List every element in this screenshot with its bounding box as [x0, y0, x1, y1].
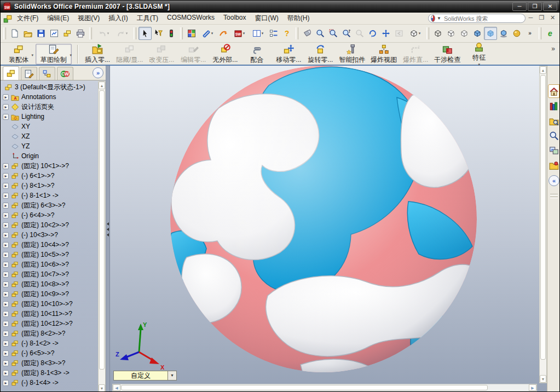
- edrawings-button[interactable]: e: [544, 27, 557, 40]
- tree-item[interactable]: ▸Lighting: [1, 112, 98, 122]
- tree-item[interactable]: ▸(固定) 10<9>->?: [1, 289, 98, 299]
- expander-icon[interactable]: ▸: [3, 232, 9, 238]
- expander-icon[interactable]: ▸: [3, 173, 9, 179]
- tree-item[interactable]: ▸(-) 8<1>->?: [1, 181, 98, 191]
- commandmanager-tab-sketch[interactable]: 草图绘制▾: [36, 44, 72, 65]
- tree-item[interactable]: ▸(固定) 10<1>->?: [1, 161, 98, 171]
- taskpane-design-library-button[interactable]: [548, 114, 560, 128]
- scroll-up-icon[interactable]: ▲: [99, 82, 105, 89]
- tree-item[interactable]: ▸(-) 8-1<4> ->: [1, 378, 98, 388]
- edit-color-button[interactable]: [185, 27, 198, 40]
- expander-icon[interactable]: ▸: [3, 222, 9, 228]
- tree-item[interactable]: ▸(-) 8-1<2> ->: [1, 338, 98, 348]
- minimize-button[interactable]: ─: [512, 2, 527, 11]
- expander-icon[interactable]: ▸: [3, 360, 9, 366]
- menu-window[interactable]: 窗口(W): [250, 13, 282, 24]
- undo-button[interactable]: ▾: [94, 27, 113, 40]
- move-component-button[interactable]: 移动零...: [273, 44, 304, 65]
- toolbar-overflow-button[interactable]: »: [557, 27, 560, 40]
- tree-item[interactable]: ▸XZ: [1, 131, 98, 141]
- expander-icon[interactable]: ▸: [3, 104, 9, 110]
- menu-insert[interactable]: 插入(I): [104, 13, 132, 24]
- tree-item[interactable]: ▸(-) 8-1<1> ->: [1, 191, 98, 200]
- menu-edit[interactable]: 编辑(E): [43, 13, 73, 24]
- taskpane-view-palette-button[interactable]: [548, 143, 560, 157]
- tree-item[interactable]: ▸设计活页夹: [1, 102, 98, 112]
- tree-item[interactable]: ▸Origin: [1, 151, 98, 161]
- toolbar-overflow-button[interactable]: »: [523, 27, 536, 40]
- open-button[interactable]: [21, 27, 34, 40]
- tree-item[interactable]: ▸(固定) 6<3>->?: [1, 200, 98, 210]
- expander-icon[interactable]: ▸: [3, 212, 9, 218]
- zoom-in-out-button[interactable]: [340, 27, 353, 40]
- standard-views-button[interactable]: ▾: [406, 27, 424, 40]
- dropdown-arrow-icon[interactable]: ▾: [31, 53, 33, 57]
- menu-file[interactable]: 文件(F): [13, 13, 43, 24]
- hscroll-thumb[interactable]: [121, 385, 488, 390]
- dropdown-arrow-icon[interactable]: ▾: [126, 31, 128, 36]
- view-orientation-button[interactable]: [301, 27, 314, 40]
- dropdown-arrow-icon[interactable]: ▾: [211, 31, 213, 36]
- scroll-down-icon[interactable]: ▼: [540, 375, 546, 383]
- shadows-button[interactable]: [497, 27, 510, 40]
- dropdown-arrow-icon[interactable]: ▾: [262, 31, 264, 36]
- scroll-up-icon[interactable]: ▲: [540, 66, 546, 74]
- expander-icon[interactable]: ▸: [3, 350, 9, 356]
- tree-scrollbar[interactable]: ▲ ▼: [98, 81, 106, 392]
- taskpane-solidworks-resources-button[interactable]: [548, 99, 560, 113]
- restore-button[interactable]: ❐: [528, 2, 542, 11]
- tree-item[interactable]: ▸(固定) 10<7>->?: [1, 269, 98, 279]
- hidden-lines-visible-button[interactable]: [444, 27, 458, 40]
- tree-item[interactable]: ▸(固定) 10<11>->?: [1, 309, 98, 319]
- expander-icon[interactable]: ▸: [3, 301, 9, 307]
- search-box[interactable]: ▼: [428, 14, 526, 23]
- zoom-fit-button[interactable]: [314, 27, 327, 40]
- propertymanager-tab[interactable]: [21, 67, 37, 80]
- tree-item[interactable]: ▸(固定) 8-1<3> ->: [1, 368, 98, 378]
- shaded-button[interactable]: [484, 27, 497, 40]
- search-dropdown-icon[interactable]: ▼: [437, 16, 441, 21]
- panel-splitter[interactable]: [106, 66, 110, 392]
- taskpane-home-button[interactable]: [548, 84, 560, 98]
- view-preset-combo[interactable]: 自定义 ▼: [113, 371, 177, 381]
- vertical-scrollbar[interactable]: ▲ ▼: [539, 66, 547, 383]
- task-pane-grip[interactable]: [550, 197, 558, 198]
- tree-item[interactable]: ▸AAnnotations: [1, 92, 98, 102]
- expander-icon[interactable]: ▸: [3, 281, 9, 287]
- graphics-viewport[interactable]: Y Z X 自定义 ▼ ◀ ▶ ▲ ▼: [110, 66, 547, 392]
- redo-button[interactable]: ▾: [113, 27, 131, 40]
- expander-icon[interactable]: ▸: [3, 193, 9, 199]
- mdi-restore-button[interactable]: ❐: [538, 14, 545, 21]
- tree-item[interactable]: ▸(固定) 8<3>->?: [1, 358, 98, 368]
- expander-icon[interactable]: ▸: [3, 163, 9, 169]
- cosmosxpress-button[interactable]: [217, 27, 230, 40]
- measure-button[interactable]: ▾: [198, 27, 217, 40]
- save-button[interactable]: [34, 27, 48, 40]
- no-external-ref-button[interactable]: 无外部...: [209, 44, 241, 65]
- interference-detection-button[interactable]: 干涉检查: [431, 44, 463, 65]
- expander-icon[interactable]: ▸: [3, 331, 9, 337]
- task-pane-grip[interactable]: [550, 194, 558, 195]
- expander-icon[interactable]: ▸: [3, 311, 9, 317]
- tree-item[interactable]: ▸(固定) 10<2>->?: [1, 220, 98, 230]
- change-suppression-button[interactable]: 改变压...: [146, 44, 177, 65]
- split-window-button[interactable]: ▾: [249, 27, 267, 40]
- features-button[interactable]: 特征▾: [463, 44, 495, 65]
- menu-cosmosworks[interactable]: COSMOSWorks: [163, 13, 219, 24]
- command-overflow-icon[interactable]: »: [548, 44, 558, 54]
- tree-item[interactable]: ▸(-) 6<1>->?: [1, 171, 98, 181]
- make-drawing-button[interactable]: [48, 27, 61, 40]
- expander-icon[interactable]: ▸: [3, 291, 9, 297]
- make-assembly-button[interactable]: [61, 27, 74, 40]
- menu-help[interactable]: 帮助(H): [283, 13, 314, 24]
- tree-item[interactable]: ▸YZ: [1, 141, 98, 151]
- zoom-selection-button[interactable]: [353, 27, 366, 40]
- dropdown-arrow-icon[interactable]: ▾: [107, 31, 109, 36]
- horizontal-scrollbar[interactable]: ◀ ▶: [112, 384, 537, 391]
- combo-dropdown-icon[interactable]: ▼: [168, 371, 177, 381]
- tree-item[interactable]: ▸(固定) 10<8>->?: [1, 279, 98, 289]
- dropdown-arrow-icon[interactable]: ▾: [243, 31, 245, 36]
- dropdown-arrow-icon[interactable]: ▾: [70, 53, 72, 57]
- commandmanager-tab-assembly[interactable]: 装配体▾: [4, 44, 33, 65]
- tree-item[interactable]: ▸(固定) 10<6>->?: [1, 260, 98, 269]
